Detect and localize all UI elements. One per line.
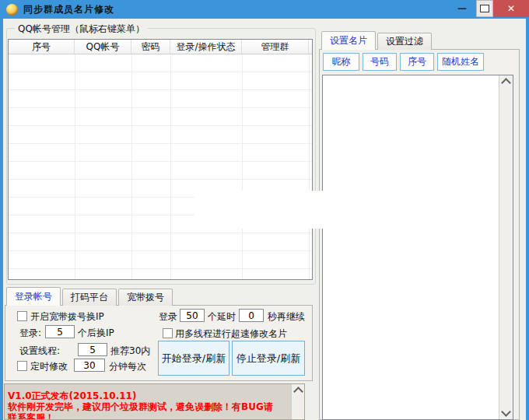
column-header-password[interactable]: 密码 bbox=[131, 40, 170, 54]
blank-overlay-artifact bbox=[194, 191, 324, 229]
batch-login-label: 登录 bbox=[159, 310, 177, 324]
login-tabstrip: 登录帐号 打码平台 宽带拨号 bbox=[6, 289, 174, 306]
timed-modify-checkbox[interactable] bbox=[17, 361, 27, 371]
multithread-label: 用多线程进行超速修改名片 bbox=[175, 327, 287, 341]
tab-set-card[interactable]: 设置名片 bbox=[321, 31, 376, 50]
serial-button[interactable]: 序号 bbox=[400, 53, 434, 71]
column-divider bbox=[242, 54, 243, 279]
batch-delay-label: 个延时 bbox=[208, 310, 236, 324]
announcement-scrollbar[interactable] bbox=[291, 384, 304, 419]
minimize-button[interactable]: — bbox=[448, 0, 476, 17]
titlebar: 同步群成员名片修改 — ✕ bbox=[0, 0, 529, 19]
scroll-up-button[interactable] bbox=[499, 75, 513, 88]
threads-input[interactable] bbox=[78, 343, 107, 356]
chevron-up-icon bbox=[293, 387, 303, 397]
chevron-down-icon bbox=[501, 407, 511, 417]
stop-login-button[interactable]: 停止登录/刷新 bbox=[232, 341, 305, 376]
column-divider bbox=[170, 54, 171, 279]
card-name-list[interactable] bbox=[322, 75, 513, 420]
scroll-down-button[interactable] bbox=[499, 407, 513, 419]
number-button[interactable]: 号码 bbox=[363, 53, 397, 71]
card-list-scrollbar[interactable] bbox=[499, 75, 513, 419]
maximize-button[interactable] bbox=[476, 0, 493, 17]
tab-login-account[interactable]: 登录帐号 bbox=[6, 287, 61, 306]
relogin-suffix-label: 个后换IP bbox=[78, 327, 114, 340]
card-tabstrip: 设置名片 设置过滤 bbox=[321, 33, 433, 50]
scroll-up-button[interactable] bbox=[292, 384, 304, 397]
chevron-up-icon bbox=[501, 78, 511, 88]
tab-captcha-platform[interactable]: 打码平台 bbox=[62, 289, 117, 306]
minimize-icon: — bbox=[457, 3, 467, 14]
close-icon: ✕ bbox=[507, 3, 515, 14]
account-groupbox-label: QQ帐号管理（鼠标右键菜单） bbox=[15, 23, 148, 36]
announcement-line1: V1.0正式发布(2015.10.11) bbox=[8, 390, 282, 401]
nickname-button[interactable]: 昵称 bbox=[323, 53, 359, 71]
batch-delay-input[interactable] bbox=[239, 309, 264, 322]
account-table-header: 序号 QQ帐号 密码 登录/操作状态 管理群 bbox=[9, 40, 312, 54]
column-header-status[interactable]: 登录/操作状态 bbox=[170, 40, 242, 54]
relogin-label: 登录: bbox=[19, 327, 41, 340]
app-window: 同步群成员名片修改 — ✕ QQ帐号管理（鼠标右键菜单） 序号 QQ帐号 密码 … bbox=[0, 0, 529, 420]
account-table-body[interactable] bbox=[9, 54, 312, 279]
random-name-button[interactable]: 随机姓名 bbox=[437, 53, 484, 71]
batch-count-input[interactable] bbox=[180, 309, 205, 322]
relogin-count-input[interactable] bbox=[45, 325, 75, 338]
timed-suffix-label: 分钟每次 bbox=[109, 360, 146, 373]
column-divider bbox=[131, 54, 132, 279]
column-divider bbox=[309, 54, 310, 279]
multithread-checkbox[interactable] bbox=[163, 328, 173, 338]
broadband-ip-label: 开启宽带拨号换IP bbox=[30, 310, 104, 324]
window-title: 同步群成员名片修改 bbox=[23, 3, 114, 16]
close-button[interactable]: ✕ bbox=[493, 0, 529, 17]
maximize-icon bbox=[480, 5, 489, 12]
broadband-ip-checkbox[interactable] bbox=[17, 311, 27, 321]
timed-minutes-input[interactable] bbox=[74, 359, 105, 372]
column-header-groups[interactable]: 管理群 bbox=[242, 40, 309, 54]
client-area: QQ帐号管理（鼠标右键菜单） 序号 QQ帐号 密码 登录/操作状态 管理群 登录… bbox=[3, 19, 526, 420]
column-divider bbox=[75, 54, 75, 279]
threads-hint-label: 推荐30内 bbox=[110, 345, 150, 358]
tab-set-filter[interactable]: 设置过滤 bbox=[377, 33, 432, 50]
announcement-box: V1.0正式发布(2015.10.11) 软件刚开发完毕，建议用个垃圾群测试，避… bbox=[4, 383, 305, 420]
app-icon bbox=[6, 4, 18, 16]
announcement-text: V1.0正式发布(2015.10.11) 软件刚开发完毕，建议用个垃圾群测试，避… bbox=[8, 390, 282, 420]
announcement-line2: 软件刚开发完毕，建议用个垃圾群测试，避免误删除！有BUG请联系客服！ bbox=[8, 401, 282, 420]
column-header-qq-account[interactable]: QQ帐号 bbox=[75, 40, 131, 54]
column-header-index[interactable]: 序号 bbox=[9, 40, 75, 54]
timed-modify-label: 定时修改 bbox=[30, 360, 68, 373]
batch-suffix-label: 秒再继续 bbox=[268, 310, 305, 324]
tab-broadband-dial[interactable]: 宽带拨号 bbox=[118, 289, 173, 306]
start-login-button[interactable]: 开始登录/刷新 bbox=[158, 341, 229, 376]
account-table[interactable]: 序号 QQ帐号 密码 登录/操作状态 管理群 bbox=[8, 39, 313, 280]
threads-label: 设置线程: bbox=[19, 345, 60, 358]
column-header-filler bbox=[309, 40, 312, 54]
